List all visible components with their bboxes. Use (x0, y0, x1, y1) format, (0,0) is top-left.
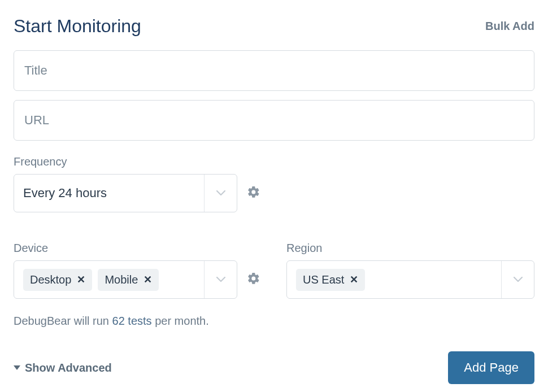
tests-per-month-info: DebugBear will run 62 tests per month. (14, 315, 534, 328)
close-icon[interactable]: ✕ (143, 273, 152, 286)
close-icon[interactable]: ✕ (77, 273, 85, 286)
show-advanced-label: Show Advanced (25, 361, 112, 374)
device-tag-mobile[interactable]: Mobile ✕ (98, 269, 159, 291)
frequency-selected-value: Every 24 hours (23, 186, 107, 201)
show-advanced-toggle[interactable]: Show Advanced (14, 361, 112, 374)
bulk-add-link[interactable]: Bulk Add (485, 20, 534, 33)
region-label: Region (286, 242, 534, 255)
device-settings-button[interactable] (246, 272, 261, 287)
gear-icon (247, 272, 260, 288)
chevron-down-icon (216, 277, 225, 282)
chevron-down-icon (514, 277, 523, 282)
device-tag-desktop[interactable]: Desktop ✕ (23, 269, 92, 291)
title-input[interactable] (14, 50, 534, 91)
chevron-down-icon (216, 190, 225, 196)
device-tag-label: Desktop (30, 273, 71, 286)
device-tag-label: Mobile (105, 273, 138, 286)
region-tag-us-east[interactable]: US East ✕ (296, 269, 365, 291)
frequency-settings-button[interactable] (246, 186, 261, 201)
frequency-dropdown-toggle[interactable] (204, 175, 237, 212)
frequency-label: Frequency (14, 155, 534, 168)
gear-icon (247, 185, 260, 201)
close-icon[interactable]: ✕ (350, 273, 358, 286)
device-label: Device (14, 242, 262, 255)
tests-count: 62 tests (112, 315, 152, 327)
frequency-select[interactable]: Every 24 hours (14, 174, 237, 212)
info-prefix: DebugBear will run (14, 315, 112, 327)
add-page-button[interactable]: Add Page (448, 351, 534, 384)
url-input[interactable] (14, 100, 534, 141)
info-suffix: per month. (152, 315, 209, 327)
region-dropdown-toggle[interactable] (501, 261, 534, 298)
device-select[interactable]: Desktop ✕ Mobile ✕ (14, 260, 237, 299)
page-title: Start Monitoring (14, 16, 141, 37)
device-dropdown-toggle[interactable] (204, 261, 237, 298)
triangle-down-icon (14, 365, 20, 370)
region-select[interactable]: US East ✕ (286, 260, 534, 299)
region-tag-label: US East (303, 273, 344, 286)
